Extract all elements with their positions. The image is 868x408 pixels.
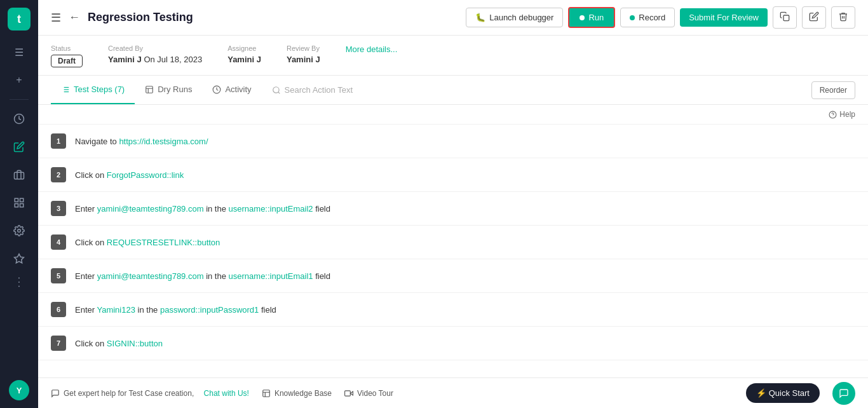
run-dot-icon bbox=[580, 15, 585, 20]
step-link[interactable]: Yamini123 bbox=[97, 305, 135, 315]
step-link[interactable]: ForgotPassword::link bbox=[107, 170, 184, 180]
step-link[interactable]: yamini@teamtesting789.com bbox=[97, 204, 204, 214]
created-by-meta: Created By Yamini J On Jul 18, 2023 bbox=[108, 44, 202, 64]
svg-point-6 bbox=[18, 229, 21, 233]
tab-activity[interactable]: Activity bbox=[202, 76, 261, 104]
step-text: Enter Yamini123 in the password::inputPa… bbox=[75, 305, 855, 315]
step-number: 3 bbox=[51, 201, 66, 216]
step-number: 2 bbox=[51, 167, 66, 182]
step-link[interactable]: yamini@teamtesting789.com bbox=[97, 271, 204, 281]
svg-point-17 bbox=[273, 86, 278, 92]
reorder-button[interactable]: Reorder bbox=[811, 81, 855, 99]
chart-icon[interactable] bbox=[8, 107, 31, 130]
step-link[interactable]: https://id.testsigma.com/ bbox=[119, 137, 208, 146]
table-row: 1 Navigate to https://id.testsigma.com/ bbox=[38, 125, 868, 158]
run-button[interactable]: Run bbox=[568, 7, 615, 28]
tab-dry-runs[interactable]: Dry Runs bbox=[135, 76, 202, 104]
step-number: 6 bbox=[51, 302, 66, 317]
review-by-meta: Review By Yamini J bbox=[287, 44, 320, 64]
record-button[interactable]: Record bbox=[620, 8, 675, 27]
table-row: 7 Click on SIGNIN::button bbox=[38, 327, 868, 360]
search-placeholder: Search Action Text bbox=[285, 85, 353, 95]
step-text: Click on REQUESTRESETLINK::button bbox=[75, 238, 855, 247]
quick-start-button[interactable]: ⚡ Quick Start bbox=[746, 383, 820, 403]
svg-rect-5 bbox=[20, 204, 24, 207]
svg-marker-22 bbox=[350, 391, 353, 395]
step-text: Navigate to https://id.testsigma.com/ bbox=[75, 137, 855, 146]
bottom-bar: Get expert help for Test Case creation, … bbox=[38, 377, 868, 408]
briefcase-icon[interactable] bbox=[8, 163, 31, 186]
record-dot-icon bbox=[630, 15, 635, 20]
knowledge-base-label: Knowledge Base bbox=[275, 389, 332, 398]
help-bar: Help bbox=[38, 105, 868, 125]
tab-test-steps[interactable]: Test Steps (7) bbox=[51, 76, 135, 104]
debugger-icon: 🐛 bbox=[475, 13, 485, 22]
menu-icon[interactable]: ☰ bbox=[8, 41, 31, 64]
assignee-meta: Assignee Yamini J bbox=[227, 44, 261, 64]
app-logo[interactable]: t bbox=[8, 8, 31, 31]
step-link[interactable]: REQUESTRESETLINK::button bbox=[107, 238, 220, 247]
tab-activity-label: Activity bbox=[225, 85, 251, 94]
svg-rect-21 bbox=[263, 390, 270, 397]
chat-bubble-button[interactable] bbox=[832, 382, 855, 405]
sidebar-divider bbox=[10, 99, 29, 100]
launch-debugger-button[interactable]: 🐛 Launch debugger bbox=[466, 8, 563, 27]
delete-button[interactable] bbox=[831, 6, 855, 29]
status-meta: Status Draft bbox=[51, 44, 83, 67]
step-text: Click on ForgotPassword::link bbox=[75, 170, 855, 180]
status-badge: Draft bbox=[51, 55, 83, 67]
step-text: Enter yamini@teamtesting789.com in the u… bbox=[75, 271, 855, 281]
created-by-value: Yamini J On Jul 18, 2023 bbox=[108, 55, 202, 64]
settings-icon[interactable] bbox=[8, 219, 31, 242]
step-number: 5 bbox=[51, 268, 66, 283]
review-by-value: Yamini J bbox=[287, 55, 320, 64]
plus-icon[interactable]: + bbox=[8, 69, 31, 92]
step-link[interactable]: SIGNIN::button bbox=[107, 339, 163, 348]
status-label: Status bbox=[51, 44, 83, 52]
main-content: ☰ ← Regression Testing 🐛 Launch debugger… bbox=[38, 0, 868, 408]
avatar[interactable]: Y bbox=[9, 380, 29, 400]
menu-toggle-icon[interactable]: ☰ bbox=[51, 11, 61, 25]
svg-rect-4 bbox=[15, 204, 18, 207]
copy-icon-button[interactable] bbox=[773, 6, 797, 29]
svg-rect-1 bbox=[15, 172, 24, 179]
video-tour-item[interactable]: Video Tour bbox=[344, 389, 393, 398]
help-label: Help bbox=[839, 110, 855, 119]
svg-line-18 bbox=[278, 92, 280, 93]
page-title: Regression Testing bbox=[88, 11, 458, 24]
help-chat-item: Get expert help for Test Case creation, … bbox=[51, 389, 249, 398]
more-details-link[interactable]: More details... bbox=[346, 44, 398, 54]
svg-rect-2 bbox=[15, 198, 18, 201]
steps-area: Help 1 Navigate to https://id.testsigma.… bbox=[38, 105, 868, 377]
tabs-bar: Test Steps (7) Dry Runs Activity Search … bbox=[38, 76, 868, 105]
step-number: 4 bbox=[51, 235, 66, 250]
step-text: Click on SIGNIN::button bbox=[75, 339, 855, 348]
more-options[interactable]: ··· bbox=[11, 271, 27, 294]
svg-rect-23 bbox=[345, 390, 351, 395]
knowledge-base-item[interactable]: Knowledge Base bbox=[262, 389, 332, 398]
search-action-input[interactable]: Search Action Text bbox=[262, 79, 811, 101]
help-link[interactable]: Help bbox=[829, 110, 855, 119]
submit-review-button[interactable]: Submit For Review bbox=[680, 8, 768, 27]
table-row: 5 Enter yamini@teamtesting789.com in the… bbox=[38, 259, 868, 293]
sidebar: t ☰ + ··· Y bbox=[0, 0, 38, 408]
review-by-label: Review By bbox=[287, 44, 320, 52]
step-link-2[interactable]: password::inputPassword1 bbox=[160, 305, 259, 315]
star-icon[interactable] bbox=[8, 247, 31, 270]
edit-pencil-button[interactable] bbox=[802, 6, 826, 29]
back-button[interactable]: ← bbox=[69, 11, 80, 24]
table-row: 2 Click on ForgotPassword::link bbox=[38, 158, 868, 192]
step-number: 7 bbox=[51, 336, 66, 351]
svg-marker-7 bbox=[15, 254, 24, 263]
step-link-2[interactable]: username::inputEmail1 bbox=[229, 271, 313, 281]
svg-rect-15 bbox=[146, 86, 153, 93]
edit-icon[interactable] bbox=[8, 135, 31, 158]
step-link-2[interactable]: username::inputEmail2 bbox=[229, 204, 313, 214]
chat-link[interactable]: Chat with Us! bbox=[204, 389, 249, 398]
meta-bar: Status Draft Created By Yamini J On Jul … bbox=[38, 36, 868, 76]
grid-icon[interactable] bbox=[8, 191, 31, 214]
svg-rect-3 bbox=[20, 198, 24, 201]
table-row: 4 Click on REQUESTRESETLINK::button bbox=[38, 226, 868, 259]
table-row: 3 Enter yamini@teamtesting789.com in the… bbox=[38, 192, 868, 226]
step-text: Enter yamini@teamtesting789.com in the u… bbox=[75, 204, 855, 214]
